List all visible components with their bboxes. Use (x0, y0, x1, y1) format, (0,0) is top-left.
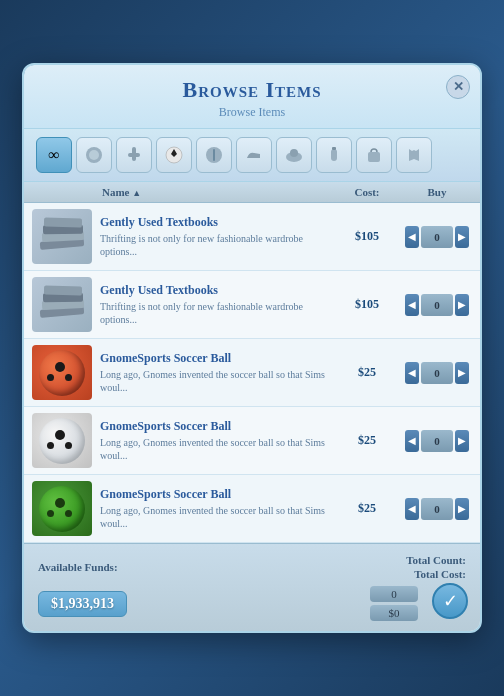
available-funds-value: $1,933,913 (38, 591, 127, 617)
close-button[interactable]: ✕ (446, 75, 470, 99)
table-row: GnomeSports Soccer Ball Long ago, Gnomes… (24, 339, 480, 407)
qty-value-4: 0 (421, 430, 453, 452)
item-name-2: Gently Used Textbooks (100, 283, 332, 298)
item-desc-4: Long ago, Gnomes invented the soccer bal… (100, 436, 332, 462)
confirm-button[interactable]: ✓ (432, 583, 468, 619)
qty-increase-1[interactable]: ▶ (455, 226, 469, 248)
svg-point-1 (89, 150, 99, 160)
svg-rect-3 (128, 153, 140, 157)
item-desc-5: Long ago, Gnomes invented the soccer bal… (100, 504, 332, 530)
svg-rect-7 (213, 149, 215, 161)
qty-value-5: 0 (421, 498, 453, 520)
sort-arrow-icon: ▲ (132, 188, 141, 198)
category-fork-button[interactable] (196, 137, 232, 173)
category-all-button[interactable]: ∞ (36, 137, 72, 173)
table-row: Gently Used Textbooks Thrifting is not o… (24, 271, 480, 339)
item-cost-2: $105 (332, 297, 402, 312)
item-icon-textbook2 (32, 277, 92, 332)
svg-rect-20 (44, 285, 82, 295)
modal-header: Browse Items Browse Items ✕ (24, 65, 480, 129)
category-tools-button[interactable] (116, 137, 152, 173)
available-funds-label: Available Funds: (38, 561, 118, 573)
item-info-4: GnomeSports Soccer Ball Long ago, Gnomes… (100, 419, 332, 462)
item-cost-3: $25 (332, 365, 402, 380)
item-icon-soccer-green (32, 481, 92, 536)
category-shoe-button[interactable] (236, 137, 272, 173)
qty-increase-3[interactable]: ▶ (455, 362, 469, 384)
table-row: GnomeSports Soccer Ball Long ago, Gnomes… (24, 475, 480, 543)
category-food-button[interactable] (76, 137, 112, 173)
item-cost-1: $105 (332, 229, 402, 244)
category-bottle-button[interactable] (316, 137, 352, 173)
svg-rect-16 (44, 217, 82, 227)
item-qty-2: ◀ 0 ▶ (402, 294, 472, 316)
qty-decrease-3[interactable]: ◀ (405, 362, 419, 384)
table-header: Name ▲ Cost: Buy (24, 182, 480, 203)
category-vest-button[interactable] (396, 137, 432, 173)
item-cost-4: $25 (332, 433, 402, 448)
item-name-3: GnomeSports Soccer Ball (100, 351, 332, 366)
qty-value-2: 0 (421, 294, 453, 316)
item-desc-3: Long ago, Gnomes invented the soccer bal… (100, 368, 332, 394)
svg-rect-11 (332, 147, 336, 150)
table-row: GnomeSports Soccer Ball Long ago, Gnomes… (24, 407, 480, 475)
qty-decrease-1[interactable]: ◀ (405, 226, 419, 248)
item-desc-1: Thrifting is not only for new fashionabl… (100, 232, 332, 258)
modal-title: Browse Items (64, 77, 440, 103)
svg-rect-12 (368, 152, 380, 162)
browse-items-modal: Browse Items Browse Items ✕ ∞ (22, 63, 482, 633)
item-cost-5: $25 (332, 501, 402, 516)
qty-value-3: 0 (421, 362, 453, 384)
footer-row-values: $1,933,913 0 $0 (38, 586, 466, 621)
item-info-3: GnomeSports Soccer Ball Long ago, Gnomes… (100, 351, 332, 394)
item-name-1: Gently Used Textbooks (100, 215, 332, 230)
item-name-4: GnomeSports Soccer Ball (100, 419, 332, 434)
qty-decrease-5[interactable]: ◀ (405, 498, 419, 520)
total-cost-label: Total Cost: (414, 568, 466, 580)
category-bag-button[interactable] (356, 137, 392, 173)
category-icon-bar: ∞ (24, 129, 480, 182)
qty-decrease-4[interactable]: ◀ (405, 430, 419, 452)
modal-footer: Available Funds: Total Count: Total Cost… (24, 543, 480, 631)
qty-increase-5[interactable]: ▶ (455, 498, 469, 520)
total-cost-value: $0 (370, 605, 418, 621)
qty-increase-2[interactable]: ▶ (455, 294, 469, 316)
col-name-header[interactable]: Name ▲ (102, 186, 332, 198)
total-count-label: Total Count: (406, 554, 466, 566)
svg-rect-10 (331, 149, 337, 161)
col-buy-header: Buy (402, 186, 472, 198)
item-qty-1: ◀ 0 ▶ (402, 226, 472, 248)
item-info-5: GnomeSports Soccer Ball Long ago, Gnomes… (100, 487, 332, 530)
item-info-2: Gently Used Textbooks Thrifting is not o… (100, 283, 332, 326)
item-desc-2: Thrifting is not only for new fashionabl… (100, 300, 332, 326)
table-row: Gently Used Textbooks Thrifting is not o… (24, 203, 480, 271)
item-qty-3: ◀ 0 ▶ (402, 362, 472, 384)
qty-increase-4[interactable]: ▶ (455, 430, 469, 452)
modal-subtitle: Browse Items (64, 105, 440, 120)
item-icon-soccer-orange (32, 345, 92, 400)
item-icon-textbook1 (32, 209, 92, 264)
col-cost-header: Cost: (332, 186, 402, 198)
qty-decrease-2[interactable]: ◀ (405, 294, 419, 316)
category-ball-button[interactable] (156, 137, 192, 173)
svg-point-9 (290, 149, 298, 157)
item-icon-soccer-white (32, 413, 92, 468)
item-qty-5: ◀ 0 ▶ (402, 498, 472, 520)
item-info-1: Gently Used Textbooks Thrifting is not o… (100, 215, 332, 258)
total-count-value: 0 (370, 586, 418, 602)
item-name-5: GnomeSports Soccer Ball (100, 487, 332, 502)
category-sport-button[interactable] (276, 137, 312, 173)
qty-value-1: 0 (421, 226, 453, 248)
items-list: Gently Used Textbooks Thrifting is not o… (24, 203, 480, 543)
footer-row-labels: Available Funds: Total Count: Total Cost… (38, 554, 466, 580)
item-qty-4: ◀ 0 ▶ (402, 430, 472, 452)
